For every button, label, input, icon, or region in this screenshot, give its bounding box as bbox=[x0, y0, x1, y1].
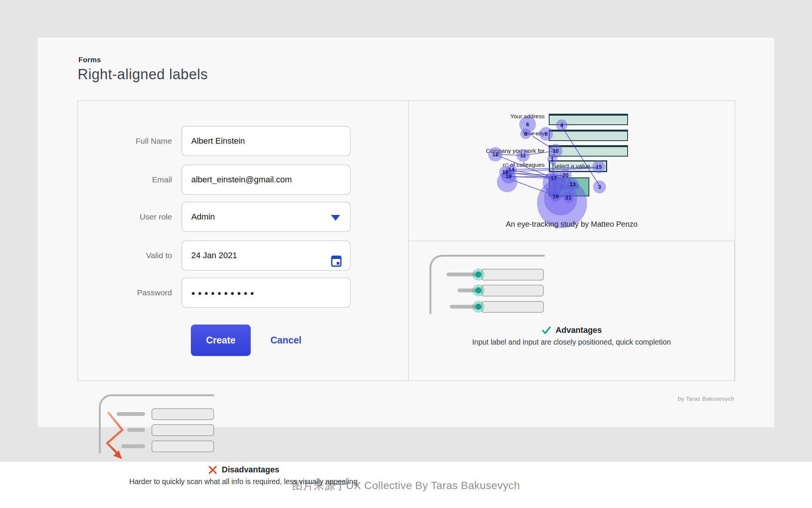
fixation-number: 3 bbox=[598, 184, 601, 190]
design-card: Forms Right-aligned labels by Taras Baku… bbox=[38, 38, 774, 427]
disadvantages-title-row: Disadvantages bbox=[78, 465, 409, 475]
advantages-title: Advantages bbox=[556, 326, 602, 335]
email-input[interactable]: albert_einstein@gmail.com bbox=[181, 165, 351, 195]
focus-dot bbox=[475, 304, 481, 310]
calendar-icon[interactable] bbox=[331, 250, 342, 279]
chevron-down-icon bbox=[331, 215, 340, 221]
eye-tracking-panel: Your address Your city Company you work … bbox=[409, 101, 735, 241]
cancel-button[interactable]: Cancel bbox=[270, 325, 301, 356]
email-value: albert_einstein@gmail.com bbox=[191, 175, 292, 184]
disadvantages-description: Harder to quickly scan what all info is … bbox=[93, 477, 394, 486]
disadvantages-title: Disadvantages bbox=[222, 465, 280, 475]
valid-to-label: Valid to bbox=[78, 240, 172, 271]
page-title: Right-aligned labels bbox=[78, 66, 208, 83]
fixation-number: 13 bbox=[570, 181, 576, 187]
fixation-number: 8 bbox=[545, 131, 548, 137]
section-kicker: Forms bbox=[78, 56, 101, 64]
fixation-number: 19 bbox=[553, 193, 559, 199]
fixation-number: 12 bbox=[492, 151, 498, 157]
panel-grid: Full Name Albert Einstein Email albert_e… bbox=[78, 100, 735, 381]
screen: 图片来源于UX Collective By Taras Bakusevych F… bbox=[0, 0, 812, 508]
valid-to-date-input[interactable]: 24 Jan 2021 bbox=[181, 240, 351, 271]
fixation-number: 18 bbox=[506, 173, 512, 179]
placeholder-input bbox=[481, 301, 544, 313]
author-credit: by Taras Bakusevych bbox=[678, 395, 734, 402]
fixation-number: 17 bbox=[551, 175, 557, 181]
advantages-description: Input label and input are closely positi… bbox=[424, 337, 719, 347]
fixation-number: 15 bbox=[596, 164, 602, 170]
user-role-label: User role bbox=[78, 202, 172, 232]
placeholder-input bbox=[481, 285, 544, 296]
full-name-input[interactable]: Albert Einstein bbox=[181, 126, 351, 156]
password-label: Password bbox=[78, 278, 172, 308]
fixation-number: 11 bbox=[520, 152, 526, 158]
zigzag-scan-arrow-icon bbox=[78, 381, 241, 508]
focus-dot bbox=[475, 271, 481, 278]
email-label: Email bbox=[78, 165, 172, 195]
fixation-number: 21 bbox=[565, 194, 572, 201]
form-panel: Full Name Albert Einstein Email albert_e… bbox=[78, 101, 409, 381]
check-icon bbox=[541, 325, 551, 336]
full-name-label: Full Name bbox=[78, 126, 172, 156]
fixation-number: 9 bbox=[524, 131, 527, 137]
full-name-value: Albert Einstein bbox=[191, 136, 245, 146]
fixation-number: 20 bbox=[562, 172, 568, 178]
eye-tracking-caption: An eye-tracking study by Matteo Penzo bbox=[409, 220, 735, 229]
password-masked-value: ●●●●●●●●●● bbox=[191, 290, 257, 297]
fixation-number: 1 bbox=[551, 156, 554, 162]
fixation-number: 14 bbox=[508, 166, 514, 172]
focus-dot bbox=[475, 287, 481, 293]
advantages-title-row: Advantages bbox=[409, 325, 734, 336]
fixation-number: 6 bbox=[526, 121, 529, 127]
x-icon bbox=[208, 465, 218, 475]
user-role-select[interactable]: Admin bbox=[181, 202, 351, 232]
fixation-number: 10 bbox=[553, 148, 559, 154]
password-input[interactable]: ●●●●●●●●●● bbox=[181, 278, 351, 308]
valid-to-value: 24 Jan 2021 bbox=[191, 251, 237, 260]
create-button[interactable]: Create bbox=[191, 325, 251, 356]
fixation-number: 4 bbox=[560, 122, 563, 128]
advantages-panel: Advantages Input label and input are clo… bbox=[409, 241, 735, 381]
placeholder-input bbox=[481, 269, 544, 281]
user-role-value: Admin bbox=[191, 212, 215, 221]
